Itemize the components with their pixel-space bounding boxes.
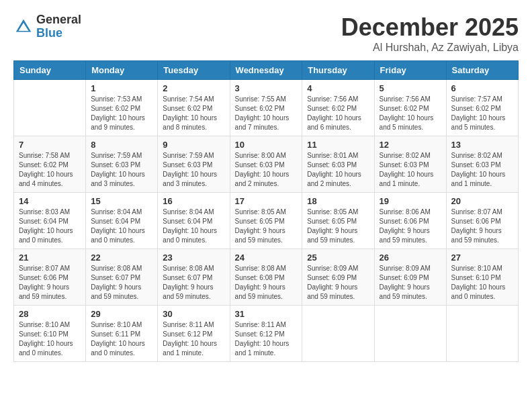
calendar-cell: 19Sunrise: 8:06 AM Sunset: 6:06 PM Dayli… <box>374 193 446 249</box>
day-info: Sunrise: 8:06 AM Sunset: 6:06 PM Dayligh… <box>380 208 441 245</box>
weekday-header-row: SundayMondayTuesdayWednesdayThursdayFrid… <box>14 61 519 80</box>
calendar-cell: 20Sunrise: 8:07 AM Sunset: 6:06 PM Dayli… <box>446 193 518 249</box>
day-number: 30 <box>163 309 224 319</box>
month-title: December 2025 <box>341 13 519 42</box>
logo-text: General Blue <box>36 13 81 40</box>
day-info: Sunrise: 8:05 AM Sunset: 6:05 PM Dayligh… <box>307 208 369 245</box>
day-number: 26 <box>380 253 441 263</box>
calendar-cell <box>302 306 374 362</box>
calendar-cell: 16Sunrise: 8:04 AM Sunset: 6:04 PM Dayli… <box>158 193 230 249</box>
day-number: 20 <box>451 196 513 206</box>
day-info: Sunrise: 7:57 AM Sunset: 6:02 PM Dayligh… <box>451 95 513 132</box>
calendar-cell <box>374 306 446 362</box>
calendar-cell: 21Sunrise: 8:07 AM Sunset: 6:06 PM Dayli… <box>14 249 86 306</box>
day-number: 15 <box>91 196 152 206</box>
weekday-header-thursday: Thursday <box>302 61 374 80</box>
title-section: December 2025 Al Hurshah, Az Zawiyah, Li… <box>341 13 519 54</box>
calendar-cell: 14Sunrise: 8:03 AM Sunset: 6:04 PM Dayli… <box>14 193 86 249</box>
day-info: Sunrise: 8:10 AM Sunset: 6:11 PM Dayligh… <box>91 320 152 358</box>
day-number: 7 <box>19 140 81 150</box>
day-number: 4 <box>307 83 369 93</box>
weekday-header-wednesday: Wednesday <box>230 61 302 80</box>
calendar-cell: 7Sunrise: 7:58 AM Sunset: 6:02 PM Daylig… <box>14 136 86 193</box>
day-info: Sunrise: 7:54 AM Sunset: 6:02 PM Dayligh… <box>163 95 224 132</box>
day-number: 10 <box>235 140 298 150</box>
calendar-cell: 4Sunrise: 7:56 AM Sunset: 6:02 PM Daylig… <box>302 80 374 136</box>
calendar-cell: 24Sunrise: 8:08 AM Sunset: 6:08 PM Dayli… <box>230 249 302 306</box>
weekday-header-sunday: Sunday <box>14 61 86 80</box>
calendar-cell: 17Sunrise: 8:05 AM Sunset: 6:05 PM Dayli… <box>230 193 302 249</box>
calendar-week-row: 28Sunrise: 8:10 AM Sunset: 6:10 PM Dayli… <box>14 306 519 362</box>
logo-blue-text: Blue <box>36 27 81 40</box>
calendar-week-row: 14Sunrise: 8:03 AM Sunset: 6:04 PM Dayli… <box>14 193 519 249</box>
calendar-week-row: 1Sunrise: 7:53 AM Sunset: 6:02 PM Daylig… <box>14 80 519 136</box>
day-info: Sunrise: 8:08 AM Sunset: 6:07 PM Dayligh… <box>163 264 224 302</box>
day-info: Sunrise: 8:10 AM Sunset: 6:10 PM Dayligh… <box>19 320 81 358</box>
calendar-cell: 12Sunrise: 8:02 AM Sunset: 6:03 PM Dayli… <box>374 136 446 193</box>
calendar-cell: 30Sunrise: 8:11 AM Sunset: 6:12 PM Dayli… <box>158 306 230 362</box>
day-number: 21 <box>19 253 81 263</box>
calendar-table: SundayMondayTuesdayWednesdayThursdayFrid… <box>13 60 519 362</box>
day-number: 17 <box>235 196 298 206</box>
weekday-header-friday: Friday <box>374 61 446 80</box>
weekday-header-tuesday: Tuesday <box>158 61 230 80</box>
day-number: 28 <box>19 309 81 319</box>
calendar-cell: 23Sunrise: 8:08 AM Sunset: 6:07 PM Dayli… <box>158 249 230 306</box>
calendar-cell <box>14 80 86 136</box>
day-number: 22 <box>91 253 152 263</box>
day-number: 8 <box>91 140 152 150</box>
location-title: Al Hurshah, Az Zawiyah, Libya <box>341 42 519 54</box>
day-info: Sunrise: 8:03 AM Sunset: 6:04 PM Dayligh… <box>19 208 81 245</box>
day-number: 24 <box>235 253 298 263</box>
day-number: 1 <box>91 83 152 93</box>
day-number: 5 <box>380 83 441 93</box>
calendar-cell: 22Sunrise: 8:08 AM Sunset: 6:07 PM Dayli… <box>86 249 158 306</box>
day-info: Sunrise: 8:11 AM Sunset: 6:12 PM Dayligh… <box>235 320 298 358</box>
day-info: Sunrise: 8:09 AM Sunset: 6:09 PM Dayligh… <box>307 264 369 302</box>
day-number: 3 <box>235 83 298 93</box>
day-number: 9 <box>163 140 224 150</box>
day-number: 14 <box>19 196 81 206</box>
calendar-cell: 11Sunrise: 8:01 AM Sunset: 6:03 PM Dayli… <box>302 136 374 193</box>
calendar-cell: 18Sunrise: 8:05 AM Sunset: 6:05 PM Dayli… <box>302 193 374 249</box>
day-info: Sunrise: 8:04 AM Sunset: 6:04 PM Dayligh… <box>163 208 224 245</box>
day-info: Sunrise: 8:00 AM Sunset: 6:03 PM Dayligh… <box>235 151 298 189</box>
day-number: 23 <box>163 253 224 263</box>
day-info: Sunrise: 8:07 AM Sunset: 6:06 PM Dayligh… <box>451 208 513 245</box>
day-info: Sunrise: 7:56 AM Sunset: 6:02 PM Dayligh… <box>307 95 369 132</box>
day-number: 16 <box>163 196 224 206</box>
calendar-cell: 13Sunrise: 8:02 AM Sunset: 6:03 PM Dayli… <box>446 136 518 193</box>
day-info: Sunrise: 7:53 AM Sunset: 6:02 PM Dayligh… <box>91 95 152 132</box>
day-info: Sunrise: 8:10 AM Sunset: 6:10 PM Dayligh… <box>451 264 513 302</box>
calendar-cell: 9Sunrise: 7:59 AM Sunset: 6:03 PM Daylig… <box>158 136 230 193</box>
day-info: Sunrise: 8:02 AM Sunset: 6:03 PM Dayligh… <box>451 151 513 189</box>
calendar-cell: 27Sunrise: 8:10 AM Sunset: 6:10 PM Dayli… <box>446 249 518 306</box>
day-number: 6 <box>451 83 513 93</box>
day-number: 29 <box>91 309 152 319</box>
calendar-cell: 25Sunrise: 8:09 AM Sunset: 6:09 PM Dayli… <box>302 249 374 306</box>
day-info: Sunrise: 8:02 AM Sunset: 6:03 PM Dayligh… <box>380 151 441 189</box>
calendar-cell: 2Sunrise: 7:54 AM Sunset: 6:02 PM Daylig… <box>158 80 230 136</box>
day-info: Sunrise: 8:01 AM Sunset: 6:03 PM Dayligh… <box>307 151 369 189</box>
day-number: 25 <box>307 253 369 263</box>
day-number: 11 <box>307 140 369 150</box>
calendar-cell: 1Sunrise: 7:53 AM Sunset: 6:02 PM Daylig… <box>86 80 158 136</box>
calendar-week-row: 21Sunrise: 8:07 AM Sunset: 6:06 PM Dayli… <box>14 249 519 306</box>
day-number: 18 <box>307 196 369 206</box>
calendar-cell: 28Sunrise: 8:10 AM Sunset: 6:10 PM Dayli… <box>14 306 86 362</box>
calendar-cell <box>446 306 518 362</box>
weekday-header-monday: Monday <box>86 61 158 80</box>
calendar-cell: 3Sunrise: 7:55 AM Sunset: 6:02 PM Daylig… <box>230 80 302 136</box>
day-number: 31 <box>235 309 298 319</box>
logo: General Blue <box>13 13 81 40</box>
day-number: 27 <box>451 253 513 263</box>
day-number: 12 <box>380 140 441 150</box>
day-info: Sunrise: 7:55 AM Sunset: 6:02 PM Dayligh… <box>235 95 298 132</box>
calendar-cell: 5Sunrise: 7:56 AM Sunset: 6:02 PM Daylig… <box>374 80 446 136</box>
calendar-cell: 29Sunrise: 8:10 AM Sunset: 6:11 PM Dayli… <box>86 306 158 362</box>
weekday-header-saturday: Saturday <box>446 61 518 80</box>
calendar-cell: 26Sunrise: 8:09 AM Sunset: 6:09 PM Dayli… <box>374 249 446 306</box>
logo-icon <box>13 17 34 37</box>
day-info: Sunrise: 8:11 AM Sunset: 6:12 PM Dayligh… <box>163 320 224 358</box>
day-info: Sunrise: 8:04 AM Sunset: 6:04 PM Dayligh… <box>91 208 152 245</box>
